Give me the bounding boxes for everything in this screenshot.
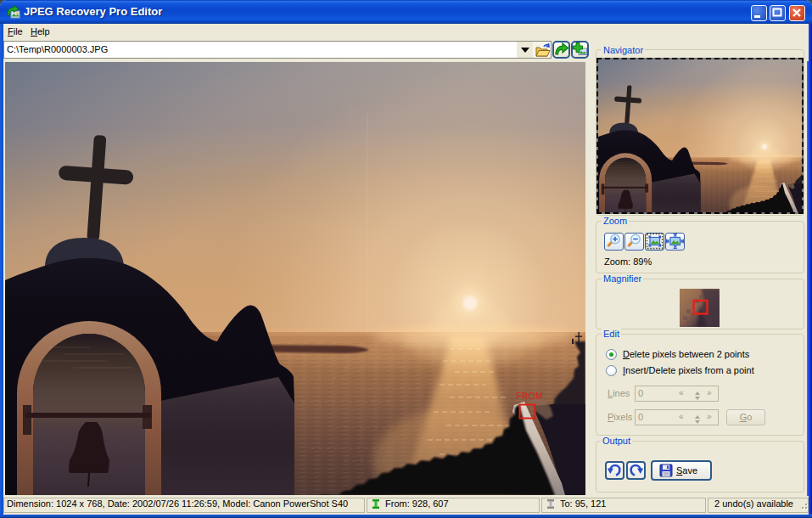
svg-text:FROM: FROM bbox=[516, 391, 543, 401]
